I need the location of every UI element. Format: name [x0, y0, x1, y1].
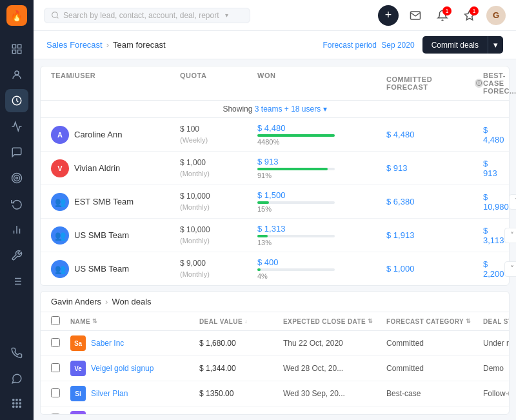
- deals-section: Gavin Anders › Won deals NAME ⇅ DEAL VAL…: [40, 291, 510, 415]
- deals-breadcrumb-parent: Gavin Anders: [51, 297, 101, 306]
- search-bar[interactable]: Search by lead, contact, account, deal, …: [44, 8, 250, 23]
- topnav-right: + 1 1 G: [378, 5, 506, 26]
- svg-line-28: [57, 17, 58, 18]
- won-cell: $ 1,500 15%: [257, 190, 386, 213]
- forecast-period-value: Sep 2020: [381, 41, 414, 50]
- deal-checkbox[interactable]: [51, 363, 60, 372]
- sidebar-item-chat[interactable]: [5, 367, 28, 390]
- deal-checkbox[interactable]: [51, 414, 60, 415]
- user-avatar: A: [51, 126, 69, 144]
- progress-pct: 4480%: [257, 138, 386, 146]
- deal-stage: Follow-up: [483, 389, 509, 398]
- committed-amount: $ 6,380: [386, 197, 483, 206]
- col-best-case: BEST-CASE FOREC... ⓘ: [483, 72, 516, 95]
- progress-bar-fill: [257, 134, 335, 137]
- forecast-row: 👥 EST SMB Team $ 10,000(Monthly) $ 1,500…: [41, 185, 509, 219]
- progress-bar: [257, 268, 335, 271]
- won-cell: $ 4,480 4480%: [257, 123, 386, 146]
- sidebar-item-lists[interactable]: [5, 270, 28, 293]
- forecast-row: 👥 US SMB Team $ 10,000(Monthly) $ 1,313 …: [41, 219, 509, 252]
- showing-arrow[interactable]: ▾: [323, 105, 327, 114]
- forecast-row: V Vivian Aldrin $ 1,000(Monthly) $ 913 9…: [41, 152, 509, 185]
- mail-icon-button[interactable]: [405, 5, 426, 26]
- forecast-table-header: TEAM/USER QUOTA WON COMMITTED FORECAST ⓘ…: [41, 66, 509, 101]
- col-team-user: TEAM/USER: [51, 72, 180, 95]
- commit-deals-dropdown[interactable]: ▾: [488, 36, 503, 54]
- deal-name-link[interactable]: Veigel gold signup: [91, 364, 154, 373]
- notification-icon-button[interactable]: 1: [459, 5, 480, 26]
- deal-name-cell: Si Silver Plan: [70, 386, 199, 401]
- sidebar-item-contacts[interactable]: [5, 63, 28, 86]
- deals-col-stage[interactable]: DEAL STAGE ⇅: [483, 316, 510, 326]
- expand-button[interactable]: ˅: [504, 228, 516, 243]
- svg-point-26: [19, 406, 21, 407]
- sidebar-item-analytics[interactable]: [5, 218, 28, 241]
- committed-amount: $ 1,000: [386, 264, 483, 274]
- row-checkbox-cell: [51, 388, 70, 399]
- deal-checkbox[interactable]: [51, 388, 60, 397]
- svg-point-25: [16, 406, 17, 407]
- breadcrumb-parent-link[interactable]: Sales Forecast: [46, 40, 103, 50]
- sidebar-item-sync[interactable]: [5, 192, 28, 215]
- date-sort-icon: ⇅: [368, 318, 373, 325]
- deal-name-link[interactable]: Silver Plan: [91, 389, 128, 398]
- svg-rect-3: [18, 50, 21, 54]
- deal-initials: Ve: [70, 361, 86, 376]
- forecast-rows: A Caroline Ann $ 100(Weekly) $ 4,480 448…: [41, 118, 509, 285]
- svg-rect-2: [12, 50, 15, 54]
- add-button[interactable]: +: [378, 5, 399, 26]
- team-avatar: 👥: [51, 260, 69, 278]
- progress-pct: 15%: [257, 205, 386, 213]
- deal-name-link[interactable]: Saber Inc: [91, 339, 124, 348]
- progress-bar: [257, 201, 335, 204]
- deals-col-value[interactable]: DEAL VALUE ↓: [199, 316, 283, 326]
- expand-button[interactable]: ˅: [504, 261, 516, 277]
- progress-bar-fill: [257, 268, 261, 271]
- select-all-checkbox[interactable]: [51, 316, 60, 325]
- notification-badge: 1: [470, 6, 479, 15]
- breadcrumb-separator: ›: [106, 40, 109, 50]
- deals-table-header: NAME ⇅ DEAL VALUE ↓ EXPECTED CLOSE DATE …: [41, 312, 509, 331]
- sidebar-item-goals[interactable]: [5, 166, 28, 190]
- commit-deals-button[interactable]: Commit deals: [422, 36, 488, 54]
- sidebar-item-messages[interactable]: [5, 141, 28, 164]
- deal-value: $ 1,344.00: [199, 364, 283, 373]
- best-case-amount: $ 913: [483, 159, 497, 178]
- sidebar-item-reports[interactable]: [5, 115, 28, 138]
- sidebar-apps-grid[interactable]: [5, 392, 28, 415]
- progress-bar-fill: [257, 235, 268, 237]
- svg-rect-1: [18, 45, 21, 48]
- user-name: US SMB Team: [74, 230, 129, 240]
- sidebar-item-tools[interactable]: [5, 244, 28, 267]
- deal-date: Wed 28 Oct, 20...: [283, 364, 386, 373]
- bell-badge: 1: [442, 6, 452, 15]
- deal-checkbox[interactable]: [51, 338, 60, 347]
- progress-bar: [257, 168, 335, 170]
- expand-button[interactable]: ˅: [509, 194, 516, 210]
- user-cell: A Caroline Ann: [51, 126, 180, 144]
- deals-col-date[interactable]: EXPECTED CLOSE DATE ⇅: [283, 316, 386, 326]
- team-avatar: 👥: [51, 193, 69, 211]
- app-logo[interactable]: 🔥: [6, 5, 27, 26]
- main-content: Search by lead, contact, account, deal, …: [34, 0, 516, 420]
- deals-col-category[interactable]: FORECAST CATEGORY ⇅: [386, 316, 483, 326]
- forecast-row: A Caroline Ann $ 100(Weekly) $ 4,480 448…: [41, 118, 509, 152]
- breadcrumb-current: Team forecast: [113, 40, 166, 50]
- user-name: Caroline Ann: [74, 130, 122, 139]
- deal-initials: Si: [70, 386, 86, 401]
- svg-point-4: [15, 71, 19, 75]
- won-amount: $ 4,480: [257, 123, 386, 133]
- sidebar-item-deals[interactable]: [5, 89, 28, 112]
- deal-name-cell: Ve Veigel gold signup: [70, 361, 199, 376]
- deal-name-cell: Me Medicare: [70, 411, 199, 414]
- sidebar-item-phone[interactable]: [5, 341, 28, 365]
- row-checkbox-cell: [51, 363, 70, 374]
- deals-col-name[interactable]: NAME ⇅: [70, 316, 199, 326]
- user-avatar[interactable]: G: [486, 6, 506, 25]
- sidebar-item-home[interactable]: [5, 37, 28, 61]
- won-cell: $ 400 4%: [257, 257, 386, 280]
- search-icon: [51, 11, 59, 19]
- showing-link[interactable]: 3 teams + 18 users: [255, 105, 321, 114]
- bell-icon-button[interactable]: 1: [432, 5, 453, 26]
- user-avatar: V: [51, 159, 69, 177]
